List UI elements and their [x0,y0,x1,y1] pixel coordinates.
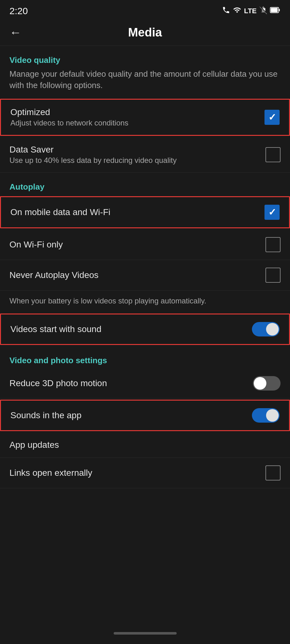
bottom-nav [0,626,290,644]
data-saver-text: Data Saver Use up to 40% less data by re… [9,145,265,165]
header: ← Media [0,19,290,46]
autoplay-section: Autoplay On mobile data and Wi-Fi On Wi-… [0,173,290,345]
optimized-label: Optimized [10,107,264,117]
optimized-sublabel: Adjust videos to network conditions [10,119,264,127]
autoplay-mobile-wifi-text: On mobile data and Wi-Fi [10,207,264,217]
app-updates-option[interactable]: App updates [0,432,290,458]
videos-start-sound-toggle[interactable] [252,322,280,336]
status-icons: LTE [222,6,281,16]
optimized-text: Optimized Adjust videos to network condi… [10,107,264,127]
video-photo-settings-header: Video and photo settings [0,346,290,369]
battery-icon [270,6,281,16]
phone-icon [222,6,230,16]
data-saver-sublabel: Use up to 40% less data by reducing vide… [9,156,265,165]
data-saver-label: Data Saver [9,145,265,155]
links-open-externally-label: Links open externally [9,468,265,478]
reduce-3d-motion-toggle[interactable] [253,376,281,391]
videos-start-sound-text: Videos start with sound [10,324,252,334]
sounds-in-app-label: Sounds in the app [10,410,252,420]
other-settings-section: App updates Links open externally [0,432,290,488]
autoplay-wifi-only-option[interactable]: On Wi-Fi only [0,230,290,260]
signal-icon [259,6,267,16]
sounds-in-app-toggle[interactable] [252,408,280,423]
video-quality-section: Video quality Manage your default video … [0,46,290,173]
svg-rect-2 [271,8,278,12]
never-autoplay-text: Never Autoplay Videos [9,270,265,280]
reduce-3d-motion-label: Reduce 3D photo motion [9,378,253,388]
autoplay-wifi-only-checkbox[interactable] [265,237,281,252]
autoplay-mobile-wifi-checkbox[interactable] [264,205,280,220]
bottom-bar [114,632,177,635]
reduce-3d-motion-text: Reduce 3D photo motion [9,378,253,388]
sounds-in-app-text: Sounds in the app [10,410,252,420]
videos-start-sound-option[interactable]: Videos start with sound [0,314,290,345]
links-open-externally-text: Links open externally [9,468,265,478]
page-title: Media [28,26,262,39]
svg-rect-1 [279,9,280,11]
wifi-icon [233,6,242,16]
never-autoplay-option[interactable]: Never Autoplay Videos [0,260,290,291]
videos-start-sound-toggle-knob [266,323,279,336]
back-button[interactable]: ← [9,26,21,39]
lte-icon: LTE [244,7,257,15]
autoplay-mobile-wifi-option[interactable]: On mobile data and Wi-Fi [0,196,290,228]
reduce-3d-motion-toggle-knob [254,377,266,390]
app-updates-text: App updates [9,440,281,450]
video-quality-header: Video quality [0,46,290,68]
app-updates-label: App updates [9,440,281,450]
reduce-3d-motion-option[interactable]: Reduce 3D photo motion [0,369,290,398]
autoplay-wifi-only-label: On Wi-Fi only [9,240,265,250]
optimized-checkbox[interactable] [264,110,280,125]
sounds-in-app-option[interactable]: Sounds in the app [0,400,290,431]
autoplay-mobile-wifi-label: On mobile data and Wi-Fi [10,207,264,217]
video-quality-desc: Manage your default video quality and th… [0,68,290,97]
autoplay-note: When your battery is low videos stop pla… [0,291,290,313]
never-autoplay-checkbox[interactable] [265,268,281,283]
links-open-externally-option[interactable]: Links open externally [0,458,290,488]
sounds-in-app-toggle-knob [266,409,279,422]
video-photo-settings-section: Video and photo settings Reduce 3D photo… [0,346,290,431]
links-open-externally-checkbox[interactable] [265,465,281,480]
data-saver-option[interactable]: Data Saver Use up to 40% less data by re… [0,137,290,173]
autoplay-wifi-only-text: On Wi-Fi only [9,240,265,250]
content: Video quality Manage your default video … [0,46,290,488]
videos-start-sound-label: Videos start with sound [10,324,252,334]
data-saver-checkbox[interactable] [265,147,281,162]
autoplay-header: Autoplay [0,173,290,195]
status-bar: 2:20 LTE [0,0,290,19]
never-autoplay-label: Never Autoplay Videos [9,270,265,280]
optimized-option[interactable]: Optimized Adjust videos to network condi… [0,99,290,136]
status-time: 2:20 [9,6,28,16]
